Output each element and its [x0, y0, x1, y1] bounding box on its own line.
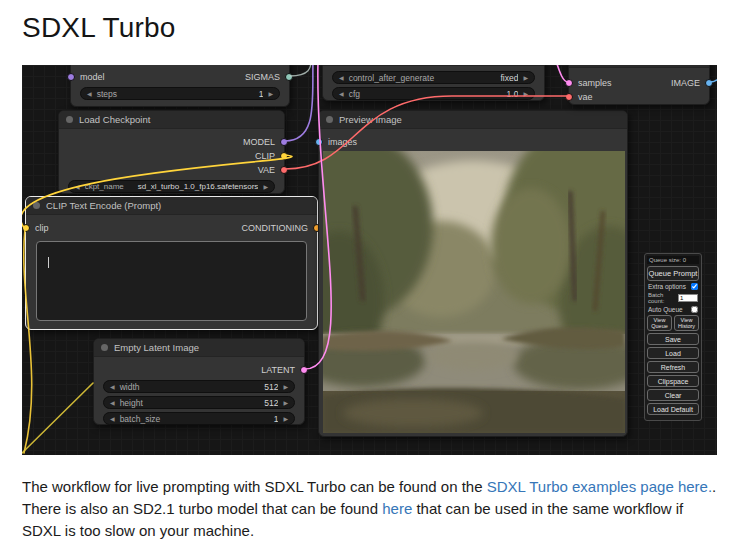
vae-output-slot: VAE [59, 163, 284, 177]
model-output-slot: MODEL [59, 135, 284, 149]
vae-decode-row2: vae [569, 90, 709, 104]
cag-widget-label: control_after_generate [349, 73, 435, 83]
save-button[interactable]: Save [647, 333, 699, 345]
clipspace-button[interactable]: Clipspace [647, 375, 699, 387]
batch-increment-icon[interactable]: ▶ [283, 416, 288, 422]
clip-output-label: CLIP [255, 151, 275, 161]
model-output-dot[interactable] [280, 138, 288, 146]
load-button[interactable]: Load [647, 347, 699, 359]
node-load-checkpoint[interactable]: Load Checkpoint MODEL CLIP VAE ◀ ckpt_na… [58, 110, 285, 194]
description-paragraph: The workflow for live prompting with SDX… [22, 476, 719, 542]
clip-input-dot[interactable] [22, 224, 30, 232]
extra-options-row: Extra options [648, 283, 698, 290]
steps-decrement-icon[interactable]: ◀ [87, 91, 92, 97]
comfyui-canvas[interactable]: model SIGMAS ◀ steps 1 ▶ Load Checkpoint… [22, 65, 717, 455]
cfg-widget-value: 1.0 [365, 89, 518, 99]
queue-prompt-button[interactable]: Queue Prompt [647, 266, 699, 281]
images-input-label: images [328, 137, 357, 147]
queue-size-label: Queue size: 0 [647, 256, 699, 264]
cfg-decrement-icon[interactable]: ◀ [339, 91, 344, 97]
node-empty-latent-titlebar[interactable]: Empty Latent Image [94, 339, 304, 357]
height-decrement-icon[interactable]: ◀ [110, 400, 115, 406]
latent-output-slot: LATENT [94, 363, 304, 377]
height-widget-value: 512 [148, 398, 279, 408]
vae-decode-row1: samples IMAGE [569, 76, 709, 90]
preview-painting [323, 151, 625, 433]
cag-widget-value: fixed [439, 73, 518, 83]
height-increment-icon[interactable]: ▶ [283, 400, 288, 406]
height-widget[interactable]: ◀ height 512 ▶ [103, 396, 295, 409]
cfg-increment-icon[interactable]: ▶ [523, 91, 528, 97]
batch-size-widget-label: batch_size [120, 414, 161, 424]
model-output-label: MODEL [243, 137, 275, 147]
node-vae-decode[interactable]: VAE Decode samples IMAGE vae [568, 65, 710, 105]
width-increment-icon[interactable]: ▶ [283, 384, 288, 390]
steps-widget[interactable]: ◀ steps 1 ▶ [80, 87, 280, 100]
vae-input-label: vae [578, 92, 593, 102]
collapse-dot-icon[interactable] [33, 202, 40, 209]
node-clip-text-encode[interactable]: CLIP Text Encode (Prompt) clip CONDITION… [25, 196, 318, 330]
cfg-widget[interactable]: ◀ cfg 1.0 ▶ [332, 87, 535, 100]
collapse-dot-icon[interactable] [101, 344, 108, 351]
image-output-dot[interactable] [705, 79, 713, 87]
node-clip-text-encode-title: CLIP Text Encode (Prompt) [46, 200, 161, 211]
cfg-widget-label: cfg [349, 89, 360, 99]
conditioning-output-label: CONDITIONING [242, 223, 309, 233]
clear-button[interactable]: Clear [647, 389, 699, 401]
collapse-dot-icon[interactable] [326, 116, 333, 123]
steps-increment-icon[interactable]: ▶ [268, 91, 273, 97]
collapse-dot-icon[interactable] [66, 116, 73, 123]
clip-input-label: clip [35, 223, 49, 233]
node-empty-latent[interactable]: Empty Latent Image LATENT ◀ width 512 ▶ … [93, 338, 305, 425]
ckpt-prev-icon[interactable]: ◀ [75, 184, 80, 190]
batch-count-input[interactable] [678, 294, 698, 302]
prompt-textarea[interactable] [36, 241, 307, 321]
ckpt-next-icon[interactable]: ▶ [263, 184, 268, 190]
height-widget-label: height [120, 398, 143, 408]
node-preview-image-title: Preview Image [339, 114, 402, 125]
samples-input-label: samples [578, 78, 612, 88]
clip-output-dot[interactable] [280, 152, 288, 160]
node-sampler-settings[interactable]: ◀ control_after_generate fixed ▶ ◀ cfg 1… [322, 65, 545, 101]
batch-size-widget[interactable]: ◀ batch_size 1 ▶ [103, 412, 295, 425]
auto-queue-label: Auto Queue [648, 306, 683, 313]
latent-output-label: LATENT [261, 365, 295, 375]
control-after-generate-widget[interactable]: ◀ control_after_generate fixed ▶ [332, 71, 535, 84]
extra-options-checkbox[interactable] [691, 283, 698, 290]
images-input-dot[interactable] [315, 138, 323, 146]
vae-output-dot[interactable] [280, 166, 288, 174]
clip-output-slot: CLIP [59, 149, 284, 163]
samples-input-dot[interactable] [565, 79, 573, 87]
cag-prev-icon[interactable]: ◀ [339, 75, 344, 81]
auto-queue-row: Auto Queue [648, 306, 698, 313]
width-decrement-icon[interactable]: ◀ [110, 384, 115, 390]
text-caret [48, 257, 49, 268]
latent-output-dot[interactable] [300, 366, 308, 374]
refresh-button[interactable]: Refresh [647, 361, 699, 373]
node-preview-image-titlebar[interactable]: Preview Image [319, 111, 627, 129]
node-preview-image[interactable]: Preview Image images [318, 110, 628, 437]
sd21-turbo-link[interactable]: here [382, 500, 412, 517]
sdxl-turbo-examples-link[interactable]: SDXL Turbo examples page here. [487, 478, 712, 495]
ckpt-widget-value: sd_xl_turbo_1.0_fp16.safetensors [129, 182, 259, 191]
model-input-dot[interactable] [67, 73, 75, 81]
auto-queue-checkbox[interactable] [691, 306, 698, 313]
vae-output-label: VAE [258, 165, 275, 175]
batch-count-row: Batch count: [648, 292, 698, 304]
scheduler-slots: model SIGMAS [71, 70, 289, 84]
view-history-button[interactable]: View History [674, 315, 699, 331]
node-scheduler[interactable]: model SIGMAS ◀ steps 1 ▶ [70, 65, 290, 107]
vae-input-dot[interactable] [565, 93, 573, 101]
batch-decrement-icon[interactable]: ◀ [110, 416, 115, 422]
queue-history-row: View Queue View History [647, 315, 699, 331]
view-queue-button[interactable]: View Queue [647, 315, 672, 331]
clip-encode-slots: clip CONDITIONING [26, 221, 317, 235]
sigmas-output-dot[interactable] [285, 73, 293, 81]
cag-next-icon[interactable]: ▶ [523, 75, 528, 81]
node-load-checkpoint-titlebar[interactable]: Load Checkpoint [59, 111, 284, 129]
node-clip-text-encode-titlebar[interactable]: CLIP Text Encode (Prompt) [26, 197, 317, 215]
images-input-slot: images [319, 135, 627, 149]
width-widget[interactable]: ◀ width 512 ▶ [103, 380, 295, 393]
load-default-button[interactable]: Load Default [647, 403, 699, 415]
ckpt-name-widget[interactable]: ◀ ckpt_name sd_xl_turbo_1.0_fp16.safeten… [68, 180, 275, 193]
